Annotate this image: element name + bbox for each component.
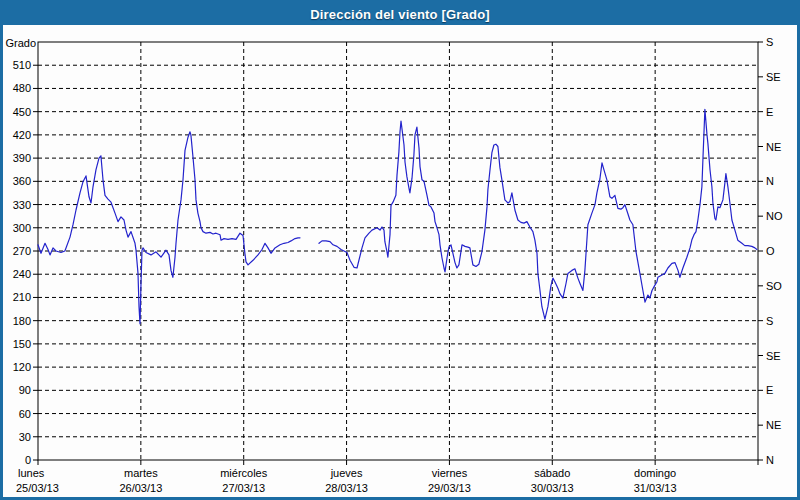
y-axis-right: NNEESESSOONONNEESES [758, 36, 783, 466]
svg-text:390: 390 [13, 152, 31, 164]
svg-text:510: 510 [13, 59, 31, 71]
svg-text:270: 270 [13, 245, 31, 257]
svg-text:180: 180 [13, 315, 31, 327]
svg-text:27/03/13: 27/03/13 [222, 482, 265, 494]
svg-text:NE: NE [766, 419, 781, 431]
svg-text:S: S [766, 36, 773, 48]
svg-text:28/03/13: 28/03/13 [325, 482, 368, 494]
y-axis-left: 0306090120150180210240270300330360390420… [5, 37, 38, 466]
svg-text:SO: SO [766, 280, 782, 292]
svg-text:martes: martes [124, 467, 158, 479]
svg-text:NE: NE [766, 141, 781, 153]
svg-text:360: 360 [13, 175, 31, 187]
svg-text:N: N [766, 175, 774, 187]
svg-text:120: 120 [13, 361, 31, 373]
svg-text:29/03/13: 29/03/13 [428, 482, 471, 494]
svg-text:60: 60 [19, 408, 31, 420]
svg-text:SE: SE [766, 71, 781, 83]
svg-text:90: 90 [19, 384, 31, 396]
svg-text:viernes: viernes [432, 467, 468, 479]
y-axis-title: Grado [5, 37, 36, 49]
svg-text:lunes: lunes [18, 467, 45, 479]
svg-text:O: O [766, 245, 775, 257]
svg-text:S: S [766, 315, 773, 327]
svg-text:jueves: jueves [330, 467, 363, 479]
svg-text:240: 240 [13, 268, 31, 280]
svg-text:480: 480 [13, 82, 31, 94]
svg-text:E: E [766, 106, 773, 118]
svg-text:31/03/13: 31/03/13 [634, 482, 677, 494]
svg-text:300: 300 [13, 222, 31, 234]
svg-text:N: N [766, 454, 774, 466]
svg-text:330: 330 [13, 199, 31, 211]
svg-text:0: 0 [25, 454, 31, 466]
svg-text:150: 150 [13, 338, 31, 350]
svg-text:SE: SE [766, 350, 781, 362]
svg-text:domingo: domingo [634, 467, 676, 479]
svg-text:miércoles: miércoles [220, 467, 268, 479]
svg-text:420: 420 [13, 129, 31, 141]
grid-lines [38, 42, 758, 460]
wind-direction-chart: 0306090120150180210240270300330360390420… [3, 25, 797, 497]
svg-text:sábado: sábado [534, 467, 570, 479]
chart-title: Dirección del viento [Grado] [310, 7, 490, 22]
x-axis: lunes25/03/13martes26/03/13miércoles27/0… [16, 460, 758, 494]
svg-text:NO: NO [766, 210, 783, 222]
svg-text:26/03/13: 26/03/13 [119, 482, 162, 494]
chart-content: 0306090120150180210240270300330360390420… [3, 25, 797, 497]
title-bar: Dirección del viento [Grado] [3, 3, 797, 25]
svg-text:210: 210 [13, 291, 31, 303]
chart-window: Dirección del viento [Grado] 03060901201… [0, 0, 800, 500]
svg-text:30/03/13: 30/03/13 [531, 482, 574, 494]
svg-text:450: 450 [13, 106, 31, 118]
svg-text:E: E [766, 384, 773, 396]
wind-series [38, 109, 757, 323]
svg-text:25/03/13: 25/03/13 [16, 482, 59, 494]
svg-text:30: 30 [19, 431, 31, 443]
